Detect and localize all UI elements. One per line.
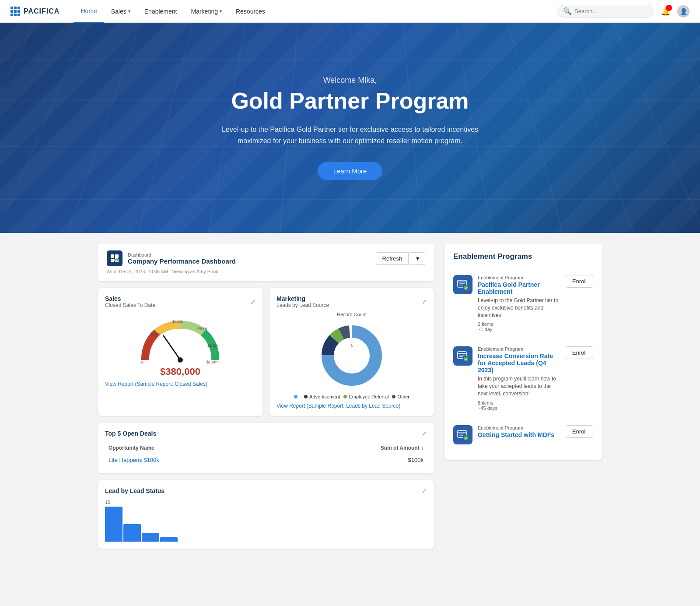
- chevron-down-icon: ▼: [415, 255, 420, 262]
- program-name-2[interactable]: Increase Conversion Rate for Accepted Le…: [478, 352, 560, 373]
- logo-grid-icon: [10, 7, 20, 16]
- program-desc-1: Level-up to the Gold Partner tier to enj…: [478, 297, 560, 319]
- user-icon: 👤: [680, 8, 687, 15]
- deal-name[interactable]: Life Happens $100k: [105, 454, 277, 466]
- sales-widget: Sales Closed Sales To Date ⤢: [98, 288, 262, 416]
- svg-point-25: [463, 285, 469, 290]
- svg-text:2: 2: [341, 351, 343, 356]
- program-items-1: 2 items: [478, 321, 560, 327]
- search-input[interactable]: [574, 8, 648, 14]
- lead-status-widget: Lead by Lead Status ⤢ 15: [98, 480, 434, 549]
- sales-report-link[interactable]: View Report (Sample Report: Closed Sales…: [105, 381, 256, 387]
- legend-color-dot: [392, 395, 396, 398]
- svg-point-35: [463, 435, 469, 440]
- svg-text:13: 13: [350, 364, 354, 369]
- dashboard-icon: [107, 250, 122, 266]
- y-axis-max: 15: [105, 500, 427, 505]
- expand-icon[interactable]: ⤢: [250, 298, 256, 305]
- marketing-widget-titles: Marketing Leads by Lead Source: [276, 295, 329, 308]
- enroll-button-2[interactable]: Enroll: [566, 346, 593, 359]
- program-body-2: Enablement Program Increase Conversion R…: [478, 346, 560, 410]
- marketing-widget: Marketing Leads by Lead Source ⤢ Record …: [270, 288, 434, 416]
- bar-chart-area: 15: [105, 500, 427, 542]
- right-column: Enablement Programs Enablement Program: [444, 243, 602, 549]
- legend-dot-item: ·: [294, 394, 301, 399]
- nav-home[interactable]: Home: [74, 0, 104, 23]
- program-item-3: Enablement Program Getting Started with …: [453, 418, 593, 451]
- enroll-button-1[interactable]: Enroll: [566, 275, 593, 288]
- sales-subtitle: Closed Sales To Date: [105, 302, 155, 308]
- svg-rect-1: [115, 254, 119, 258]
- refresh-button[interactable]: Refresh: [376, 252, 409, 265]
- dashboard-category: Dashboard: [128, 252, 236, 257]
- enroll-button-3[interactable]: Enroll: [566, 425, 593, 438]
- program-name-1[interactable]: Pacifica Gold Partner Enablement: [478, 281, 560, 295]
- program-type-1: Enablement Program: [478, 275, 560, 280]
- svg-line-11: [164, 336, 180, 360]
- enablement-title: Enablement Programs: [453, 252, 593, 261]
- legend-other: Other: [392, 394, 410, 399]
- program-items-2: 8 items: [478, 400, 560, 405]
- legend-color-dot: [343, 395, 347, 398]
- nav-resources[interactable]: Resources: [229, 0, 272, 23]
- program-type-2: Enablement Program: [478, 346, 560, 352]
- dashboard-header: Dashboard Company Performance Dashboard …: [107, 250, 425, 266]
- gauge-chart: $0 $300k $600k $900k $1.2m $1.5m~: [132, 312, 228, 369]
- svg-rect-2: [111, 259, 114, 262]
- marketing-report-link[interactable]: View Report (Sample Report: Leads by Lea…: [276, 403, 427, 409]
- nav-links: Home Sales ▾ Enablement Marketing ▾ Reso…: [74, 0, 557, 23]
- lead-status-title: Lead by Lead Status: [105, 487, 164, 494]
- svg-point-12: [178, 357, 183, 363]
- svg-point-30: [463, 356, 469, 362]
- nav-marketing[interactable]: Marketing ▾: [184, 0, 228, 23]
- expand-icon[interactable]: ⤢: [422, 430, 427, 437]
- top5-title: Top 5 Open Deals: [105, 430, 156, 437]
- user-avatar[interactable]: 👤: [677, 5, 690, 18]
- dashboard-dropdown-button[interactable]: ▼: [410, 252, 425, 265]
- nav-sales[interactable]: Sales ▾: [104, 0, 137, 23]
- svg-text:1: 1: [350, 343, 353, 348]
- legend-advertisement: Advertisement: [304, 394, 340, 399]
- marketing-widget-header: Marketing Leads by Lead Source ⤢: [276, 295, 427, 308]
- sales-title: Sales: [105, 295, 155, 302]
- dashboard-actions: Refresh ▼: [376, 252, 425, 265]
- bar-4: [160, 537, 178, 542]
- marketing-subtitle: Leads by Lead Source: [276, 302, 329, 308]
- program-duration-2: ~45 days: [478, 405, 560, 411]
- program-body-1: Enablement Program Pacifica Gold Partner…: [478, 275, 560, 332]
- learn-more-button[interactable]: Learn More: [318, 162, 383, 180]
- lead-status-header: Lead by Lead Status ⤢: [105, 487, 427, 494]
- program-name-3[interactable]: Getting Started with MDFs: [478, 431, 560, 438]
- search-box[interactable]: 🔍: [557, 5, 654, 18]
- top5-header: Top 5 Open Deals ⤢: [105, 430, 427, 437]
- program-icon-3: [453, 425, 472, 444]
- sales-widget-titles: Sales Closed Sales To Date: [105, 295, 155, 308]
- logo[interactable]: PACIFICA: [10, 7, 60, 16]
- donut-wrapper: Record Count 1 1 2 13: [276, 312, 427, 391]
- expand-icon[interactable]: ⤢: [422, 487, 427, 494]
- nav-enablement[interactable]: Enablement: [137, 0, 184, 23]
- program-item-2: Enablement Program Increase Conversion R…: [453, 339, 593, 418]
- svg-text:$1.5m~: $1.5m~: [206, 360, 220, 364]
- marketing-title: Marketing: [276, 295, 329, 302]
- main-content: Dashboard Company Performance Dashboard …: [88, 233, 612, 559]
- program-meta-2: 8 items ~45 days: [478, 400, 560, 411]
- brand-name: PACIFICA: [24, 7, 60, 15]
- left-column: Dashboard Company Performance Dashboard …: [98, 243, 434, 549]
- svg-text:1: 1: [359, 349, 361, 353]
- hero-content: Welcome Mika, Gold Partner Program Level…: [197, 49, 503, 206]
- notification-button[interactable]: 🔔 1: [661, 7, 670, 16]
- program-item-1: Enablement Program Pacifica Gold Partner…: [453, 268, 593, 339]
- dashboard-card: Dashboard Company Performance Dashboard …: [98, 243, 434, 281]
- expand-icon[interactable]: ⤢: [422, 298, 427, 305]
- col-sum-amount: Sum of Amount ↓: [277, 442, 427, 454]
- dashboard-name: Company Performance Dashboard: [128, 257, 236, 265]
- legend-color-dot: [304, 395, 308, 398]
- program-icon-2: [453, 346, 472, 366]
- program-icon-1: [453, 275, 472, 294]
- chart-legend: · Advertisement Employee Referral Other: [276, 394, 427, 399]
- nav-icons: 🔔 1 👤: [661, 5, 690, 18]
- sales-widget-header: Sales Closed Sales To Date ⤢: [105, 295, 256, 308]
- table-header-row: Opportunity Name Sum of Amount ↓: [105, 442, 427, 454]
- bar-1: [105, 507, 122, 542]
